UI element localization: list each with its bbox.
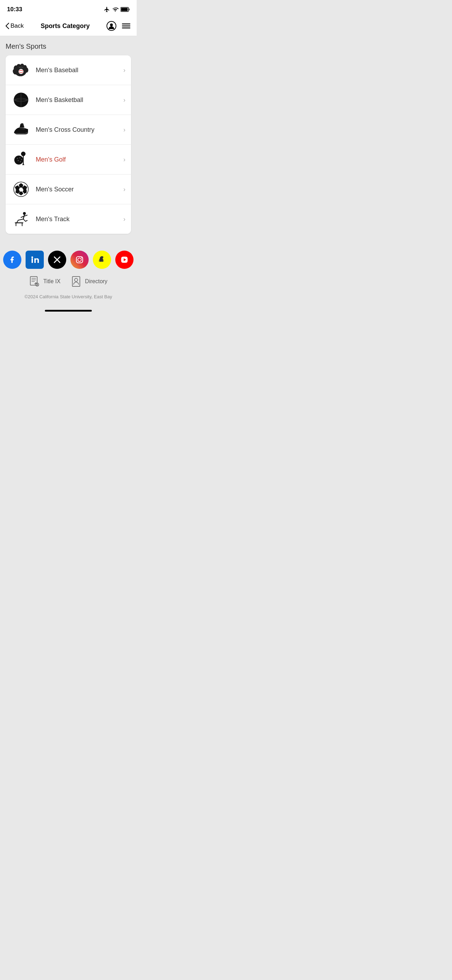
chevron-icon-basketball: › [123,96,126,104]
back-button[interactable]: Back [6,22,24,29]
menu-icon[interactable] [121,21,131,31]
sport-item-cross-country[interactable]: Men's Cross Country › [6,115,131,145]
sport-name-soccer: Men's Soccer [36,186,123,193]
svg-point-23 [18,160,19,161]
page-title: Sports Category [41,22,90,30]
svg-rect-45 [32,258,33,263]
chevron-icon-golf: › [123,156,126,163]
svg-rect-51 [30,277,38,285]
svg-point-4 [110,24,113,26]
directory-link[interactable]: Directory [71,276,108,287]
twitter-x-icon[interactable] [48,251,66,269]
instagram-icon[interactable] [70,251,89,269]
nav-bar: Back Sports Category [0,18,137,36]
svg-line-40 [23,219,25,221]
svg-point-24 [20,161,21,162]
svg-rect-5 [122,24,131,24]
basketball-icon [11,90,31,110]
svg-point-12 [25,68,29,73]
directory-icon [71,276,82,287]
directory-label: Directory [85,278,108,285]
sport-item-basketball[interactable]: Men's Basketball › [6,85,131,115]
chevron-icon-baseball: › [123,67,126,74]
youtube-icon[interactable] [115,251,134,269]
golf-icon [11,150,31,169]
svg-point-57 [74,278,78,282]
svg-point-19 [14,156,24,165]
airplane-icon [104,6,110,13]
svg-rect-6 [122,25,131,27]
linkedin-icon[interactable] [25,251,44,269]
sport-name-baseball: Men's Baseball [36,67,123,74]
back-label: Back [11,22,24,29]
chevron-icon-track: › [123,216,126,223]
sport-item-golf[interactable]: Men's Golf › [6,145,131,175]
status-bar: 10:33 [0,0,137,18]
chevron-icon-cross-country: › [123,126,126,134]
baseball-glove-icon [11,60,31,80]
svg-point-46 [32,256,33,258]
chevron-icon-soccer: › [123,186,126,193]
status-time: 10:33 [7,6,22,13]
footer: Title IX Directory ©2024 California Stat… [0,240,137,306]
sports-list: Men's Baseball › Men's Basketball › [6,56,131,234]
svg-line-41 [25,221,27,221]
svg-point-21 [19,158,20,158]
section-title: Men's Sports [6,42,131,51]
sport-name-golf: Men's Golf [36,156,123,163]
svg-rect-2 [129,9,130,11]
title-ix-icon [29,276,40,287]
svg-rect-1 [121,8,128,11]
sport-item-track[interactable]: Men's Track › [6,204,131,234]
account-icon[interactable] [107,21,116,31]
copyright-text: ©2024 California State University, East … [24,294,112,299]
running-shoe-icon [11,120,31,140]
svg-line-38 [18,219,23,220]
svg-line-35 [23,215,24,219]
soccer-icon [11,180,31,199]
social-icons-row [3,251,134,269]
nav-right-icons [107,21,131,31]
battery-icon [121,7,130,12]
title-ix-label: Title IX [43,278,60,285]
svg-point-22 [21,159,22,160]
sport-item-soccer[interactable]: Men's Soccer › [6,175,131,204]
home-indicator [45,310,92,312]
back-chevron-icon [6,23,9,29]
sport-name-basketball: Men's Basketball [36,96,123,104]
sport-name-cross-country: Men's Cross Country [36,126,123,134]
sport-name-track: Men's Track [36,216,123,223]
svg-point-48 [78,258,81,261]
svg-point-34 [23,212,26,215]
svg-point-20 [17,158,18,159]
status-icons [104,6,130,13]
wifi-icon [112,6,118,13]
title-ix-link[interactable]: Title IX [29,276,60,287]
main-content: Men's Sports [0,36,137,240]
track-runner-icon [11,209,31,229]
facebook-icon[interactable] [3,251,21,269]
footer-links: Title IX Directory [29,276,107,287]
svg-rect-7 [122,28,131,29]
snapchat-icon[interactable] [93,251,111,269]
sport-item-baseball[interactable]: Men's Baseball › [6,56,131,85]
svg-point-15 [19,69,24,74]
svg-point-26 [21,152,25,156]
svg-point-49 [81,257,82,258]
